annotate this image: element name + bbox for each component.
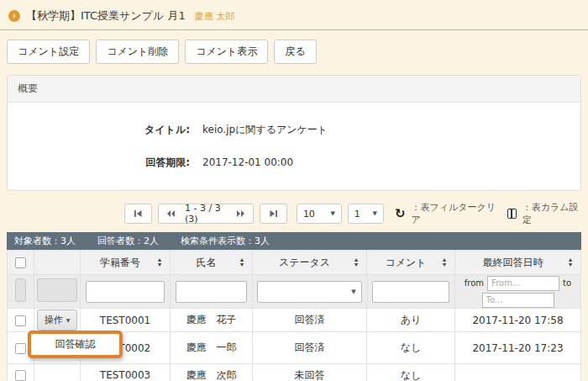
date-to-label: to <box>563 278 571 288</box>
last-response-cell: 2017-11-20 17:58 <box>455 309 581 332</box>
survey-deadline-value: 2017-12-01 00:00 <box>202 156 293 168</box>
filter-action-cell <box>34 275 81 309</box>
summary-bar: 対象者数：3人 回答者数：2人 検索条件表示数：3人 <box>7 232 581 250</box>
menu-item-answer-check[interactable]: 回答確認 <box>31 334 119 355</box>
table-row: 操作▼ 回答確認 TEST0001 慶應 花子 回答済 あり 2017-11-2… <box>8 309 581 332</box>
survey-deadline-label: 回答期限: <box>8 156 202 170</box>
comment-show-button[interactable]: コメント表示 <box>185 40 268 64</box>
filter-status-cell: ▼ <box>253 275 367 309</box>
date-to-input[interactable] <box>482 293 554 308</box>
sort-icon[interactable] <box>354 257 358 267</box>
filter-comment-cell <box>367 275 455 309</box>
overview-panel-body: タイトル: keio.jpに関するアンケート 回答期限: 2017-12-01 … <box>8 103 580 190</box>
next-page-button[interactable] <box>228 206 253 221</box>
student-id-filter-input[interactable] <box>86 281 164 303</box>
survey-title-row: タイトル: keio.jpに関するアンケート <box>8 123 580 137</box>
select-all-checkbox[interactable] <box>15 257 26 268</box>
row-checkbox[interactable] <box>15 315 26 326</box>
page-title: 【秋学期】ITC授業サンプル 月1 <box>26 8 186 24</box>
table-filter-row: ▼ from to <box>8 275 581 309</box>
page-number-value: 1 <box>354 209 360 220</box>
sort-icon[interactable] <box>158 257 161 267</box>
chevron-circle-icon: › <box>8 10 20 22</box>
student-id-header[interactable]: 学籍番号 <box>81 251 171 275</box>
comment-delete-button[interactable]: コメント削除 <box>96 40 179 64</box>
filter-stub <box>37 278 77 302</box>
name-filter-input[interactable] <box>176 281 247 303</box>
last-page-button[interactable] <box>260 204 287 224</box>
column-config-label: ：表カラム設定 <box>522 201 581 226</box>
name-header[interactable]: 氏名 <box>171 251 253 275</box>
chevron-down-icon: ▼ <box>373 210 377 217</box>
date-from-input[interactable] <box>487 276 559 291</box>
top-toolbar: コメント設定 コメント削除 コメント表示 戻る <box>0 30 588 64</box>
respondent-table-wrap: 学籍番号 氏名 ステータス コメント 最終回答日時 ▼ <box>7 250 581 381</box>
instructor-name: 慶應 太郎 <box>195 10 235 23</box>
first-page-button[interactable] <box>124 204 152 224</box>
comment-cell: あり <box>367 309 455 332</box>
survey-title-value: keio.jpに関するアンケート <box>202 123 328 137</box>
last-response-header[interactable]: 最終回答日時 <box>455 251 581 275</box>
page-number-select[interactable]: 1 ▼ <box>348 204 384 224</box>
column-config-icon[interactable] <box>507 209 517 219</box>
table-row: TEST0003 慶應 次郎 未回答 なし <box>8 364 581 381</box>
row-action-button[interactable]: 操作▼ <box>37 310 78 331</box>
comment-cell: なし <box>367 364 455 381</box>
select-all-header[interactable] <box>8 251 34 275</box>
student-id-cell: TEST0001 <box>81 309 171 332</box>
survey-title-label: タイトル: <box>8 123 202 137</box>
filter-student-id-cell <box>81 275 171 309</box>
student-id-cell: TEST0003 <box>81 364 171 381</box>
name-cell: 慶應 次郎 <box>171 364 253 381</box>
filter-checkbox-cell <box>8 275 34 309</box>
filter-stub <box>15 278 26 302</box>
respondent-table: 学籍番号 氏名 ステータス コメント 最終回答日時 ▼ <box>7 250 581 381</box>
chevron-down-icon: ▼ <box>66 317 71 323</box>
status-header[interactable]: ステータス <box>253 251 367 275</box>
status-cell: 回答済 <box>253 309 367 332</box>
comment-set-button[interactable]: コメント設定 <box>7 40 90 64</box>
page-size-select[interactable]: 10 ▼ <box>297 204 342 224</box>
chevron-down-icon: ▼ <box>330 210 334 217</box>
prev-page-button[interactable] <box>159 206 183 221</box>
row-checkbox[interactable] <box>15 343 26 354</box>
chevron-down-icon: ▼ <box>351 288 355 295</box>
action-column-header <box>34 251 81 275</box>
name-cell: 慶應 一郎 <box>171 332 253 364</box>
page-size-value: 10 <box>303 209 315 220</box>
name-cell: 慶應 花子 <box>171 309 253 332</box>
last-response-cell: 2017-11-20 17:23 <box>455 332 581 364</box>
table-header-row: 学籍番号 氏名 ステータス コメント 最終回答日時 <box>8 251 581 275</box>
overview-panel-title: 概要 <box>8 76 580 103</box>
status-cell: 未回答 <box>253 364 367 381</box>
sort-icon[interactable] <box>569 257 572 267</box>
respondent-count: 回答者数：2人 <box>97 235 159 247</box>
filtered-count: 検索条件表示数：3人 <box>181 235 270 247</box>
status-filter-select[interactable]: ▼ <box>257 281 361 303</box>
action-dropdown-annotation-highlight: 回答確認 <box>28 331 123 358</box>
comment-cell: なし <box>367 332 455 364</box>
target-count: 対象者数：3人 <box>14 235 76 247</box>
filter-clear-icon[interactable]: ↻ <box>395 208 406 220</box>
survey-deadline-row: 回答期限: 2017-12-01 00:00 <box>8 156 580 170</box>
sort-icon[interactable] <box>240 257 244 267</box>
overview-panel: 概要 タイトル: keio.jpに関するアンケート 回答期限: 2017-12-… <box>7 75 581 191</box>
pagination-bar: 1 - 3 / 3 (3) 10 ▼ 1 ▼ ↻ ：表フィルタークリア ：表カラ… <box>124 201 581 226</box>
filter-date-cell: from to <box>455 275 581 309</box>
date-from-label: from <box>465 278 484 288</box>
status-cell: 回答済 <box>253 332 367 364</box>
filter-clear-label: ：表フィルタークリア <box>412 201 496 226</box>
last-response-cell <box>455 364 581 381</box>
row-checkbox[interactable] <box>15 370 26 381</box>
sort-icon[interactable] <box>443 257 446 267</box>
comment-filter-input[interactable] <box>372 281 449 303</box>
filter-name-cell <box>171 275 253 309</box>
page-step-group: 1 - 3 / 3 (3) <box>158 204 254 224</box>
page-range-label: 1 - 3 / 3 (3) <box>183 203 228 225</box>
page-header: › 【秋学期】ITC授業サンプル 月1 慶應 太郎 <box>0 0 588 29</box>
comment-header[interactable]: コメント <box>367 251 455 275</box>
back-button[interactable]: 戻る <box>274 40 316 64</box>
